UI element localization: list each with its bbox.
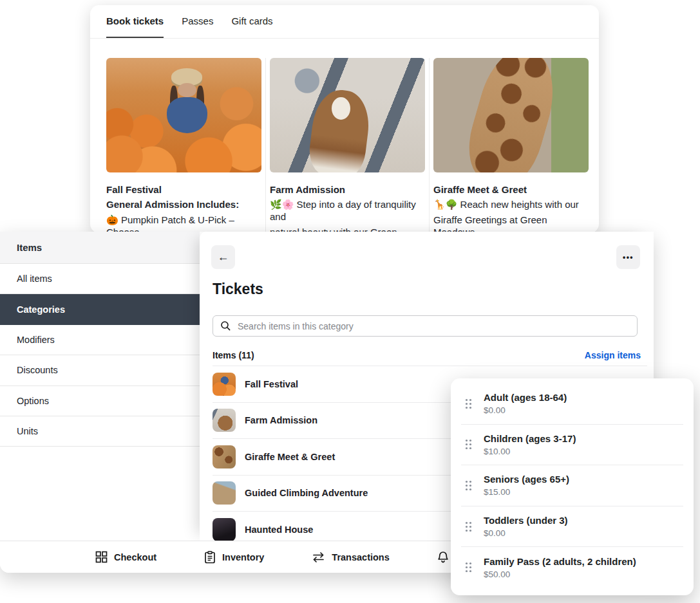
item-label: Guided Climbing Adventure — [245, 488, 368, 498]
search-icon — [220, 320, 231, 331]
haunted-house-thumbnail — [213, 518, 236, 541]
drag-handle-icon[interactable] — [465, 398, 472, 409]
search-input[interactable] — [213, 315, 638, 337]
bell-icon — [437, 551, 449, 564]
variation-row-seniors[interactable]: Seniors (ages 65+) $15.00 — [451, 465, 694, 506]
farm-admission-image — [270, 58, 425, 172]
variation-row-adult[interactable]: Adult (ages 18-64) $0.00 — [451, 384, 694, 424]
variation-name: Adult (ages 18-64) — [484, 392, 567, 403]
tab-passes[interactable]: Passes — [182, 5, 213, 38]
product-card-farm-admission[interactable]: Farm Admission 🌿🌸 Step into a day of tra… — [270, 58, 425, 233]
variation-price: $10.00 — [484, 447, 576, 456]
nav-label: Transactions — [332, 552, 389, 562]
back-arrow-icon: ← — [218, 250, 229, 264]
pumpkin-thumbnail — [213, 373, 236, 396]
ellipsis-icon: ••• — [623, 253, 634, 262]
card-description-line: Giraffe Greetings at Green Meadows... — [433, 214, 589, 233]
variations-panel: Adult (ages 18-64) $0.00 Children (ages … — [451, 378, 694, 595]
variation-price: $0.00 — [484, 405, 567, 415]
booking-tab-bar: Book tickets Passes Gift cards — [90, 5, 599, 39]
variation-row-family-pass[interactable]: Family Pass (2 adults, 2 children) $50.0… — [451, 547, 694, 588]
image-detail — [178, 83, 196, 97]
stage: Book tickets Passes Gift cards Fall Fest… — [0, 0, 700, 603]
tab-gift-cards[interactable]: Gift cards — [231, 5, 272, 38]
card-divider — [265, 58, 266, 233]
image-detail — [460, 58, 565, 172]
variation-name: Toddlers (under 3) — [484, 515, 568, 526]
card-description-line: 🎃 Pumpkin Patch & U-Pick – Choose... — [106, 214, 261, 233]
variation-price: $50.00 — [484, 570, 636, 579]
tab-book-tickets[interactable]: Book tickets — [106, 5, 164, 38]
sidebar-item-units[interactable]: Units — [0, 416, 200, 447]
nav-transactions[interactable]: Transactions — [312, 552, 389, 562]
drag-handle-icon[interactable] — [465, 521, 472, 532]
drag-handle-icon[interactable] — [465, 439, 472, 450]
nav-label: Inventory — [222, 552, 264, 562]
nav-inventory[interactable]: Inventory — [204, 551, 264, 564]
image-detail — [167, 97, 207, 134]
card-title: Farm Admission — [270, 184, 425, 195]
item-label: Haunted House — [245, 524, 313, 535]
clipboard-icon — [204, 551, 216, 564]
card-title: Giraffe Meet & Greet — [433, 184, 589, 195]
variation-name: Family Pass (2 adults, 2 children) — [484, 556, 636, 567]
variation-row-children[interactable]: Children (ages 3-17) $10.00 — [451, 425, 694, 465]
card-title: Fall Festival — [106, 184, 261, 195]
drag-handle-icon[interactable] — [465, 562, 472, 573]
items-count-label: Items (11) — [213, 350, 254, 360]
product-card-giraffe-meet-greet[interactable]: Giraffe Meet & Greet 🦒🌳 Reach new height… — [433, 58, 589, 233]
variation-row-toddlers[interactable]: Toddlers (under 3) $0.00 — [451, 506, 694, 547]
item-label: Farm Admission — [245, 415, 317, 425]
card-description-line: General Admission Includes: — [106, 198, 261, 210]
nav-checkout[interactable]: Checkout — [95, 551, 156, 563]
item-label: Fall Festival — [245, 379, 298, 389]
assign-items-link[interactable]: Assign items — [585, 350, 641, 360]
sidebar-title: Items — [0, 232, 200, 264]
giraffe-meet-greet-image — [433, 58, 589, 172]
item-label: Giraffe Meet & Greet — [245, 452, 335, 462]
sidebar-item-discounts[interactable]: Discounts — [0, 355, 200, 385]
variation-price: $0.00 — [484, 528, 568, 538]
double-arrows-icon — [312, 552, 325, 562]
card-description-line: 🦒🌳 Reach new heights with our — [433, 198, 589, 210]
fall-festival-image — [106, 58, 261, 172]
nav-label: Checkout — [114, 552, 156, 562]
category-title: Tickets — [213, 281, 263, 298]
product-card-fall-festival[interactable]: Fall Festival General Admission Includes… — [106, 58, 261, 233]
back-button[interactable]: ← — [211, 245, 235, 269]
items-sidebar: Items All items Categories Modifiers Dis… — [0, 232, 200, 541]
goat-thumbnail — [213, 409, 236, 432]
sidebar-item-categories[interactable]: Categories — [0, 294, 200, 324]
variation-name: Children (ages 3-17) — [484, 433, 576, 444]
drag-handle-icon[interactable] — [465, 480, 472, 491]
sidebar-item-modifiers[interactable]: Modifiers — [0, 325, 200, 355]
sidebar-item-all-items[interactable]: All items — [0, 264, 200, 294]
climbing-wall-thumbnail — [213, 481, 236, 505]
card-description-line: 🌿🌸 Step into a day of tranquility and — [270, 198, 425, 223]
grid-icon — [95, 551, 108, 563]
more-options-button[interactable]: ••• — [616, 245, 640, 269]
booking-window: Book tickets Passes Gift cards Fall Fest… — [90, 5, 599, 233]
giraffe-thumbnail — [213, 445, 236, 468]
items-list-header: Items (11) Assign items — [213, 350, 641, 360]
search-field-wrap — [213, 315, 638, 337]
card-divider — [429, 58, 430, 233]
variation-name: Seniors (ages 65+) — [484, 474, 569, 485]
variation-price: $15.00 — [484, 487, 569, 497]
sidebar-item-options[interactable]: Options — [0, 386, 200, 416]
